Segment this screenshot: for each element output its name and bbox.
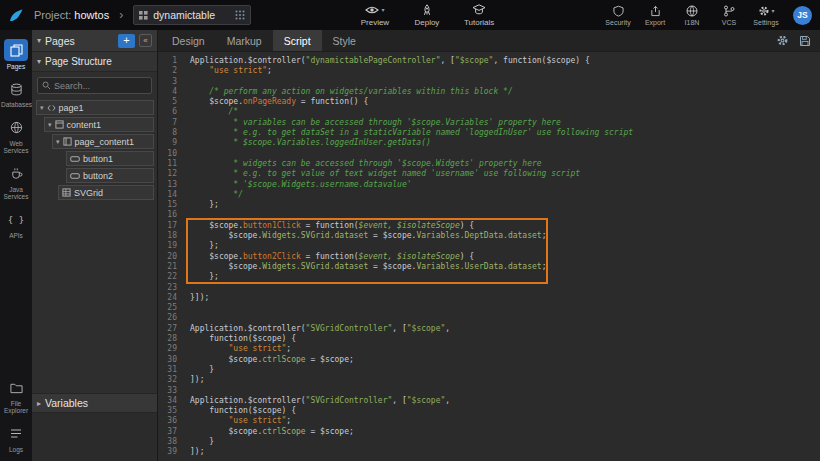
code-line[interactable]: function($scope) { xyxy=(190,334,820,344)
tab-style[interactable]: Style xyxy=(322,30,367,51)
code-line[interactable]: } xyxy=(190,437,820,447)
tree-item-svgrid[interactable]: SVGrid xyxy=(58,185,154,200)
editor-settings-gear-icon[interactable] xyxy=(776,34,789,47)
code-line[interactable]: $scope.ctrlScope = $scope; xyxy=(190,427,820,437)
user-avatar[interactable]: JS xyxy=(793,6,812,25)
rail-item-databases[interactable]: Databases xyxy=(0,75,32,112)
rail-item-pages[interactable]: Pages xyxy=(0,35,32,74)
add-page-button[interactable]: + xyxy=(118,34,135,48)
code-line[interactable] xyxy=(190,303,820,313)
code-line[interactable]: * '$scope.Widgets.username.datavalue' xyxy=(190,180,820,190)
export-button[interactable]: Export xyxy=(640,5,670,26)
code-line[interactable]: $scope.Widgets.SVGrid.dataset = $scope.V… xyxy=(190,262,820,272)
tree-item-button1[interactable]: button1 xyxy=(66,151,154,166)
tree-item-content1[interactable]: ▾ content1 xyxy=(44,117,154,132)
line-number: 26 xyxy=(158,313,177,323)
line-number: 35 xyxy=(158,406,177,416)
code-line[interactable] xyxy=(190,386,820,396)
wavemaker-logo-icon[interactable] xyxy=(6,6,26,24)
code-line[interactable]: "use strict"; xyxy=(190,344,820,354)
code-content[interactable]: Application.$controller("dynamictablePag… xyxy=(184,56,820,461)
settings-button[interactable]: ▾ Settings xyxy=(751,5,781,26)
security-button[interactable]: Security xyxy=(603,5,633,26)
code-line[interactable]: Application.$controller("dynamictablePag… xyxy=(190,56,820,66)
search-input[interactable] xyxy=(54,81,147,91)
page-icon xyxy=(139,11,148,20)
rail-item-file-explorer[interactable]: File Explorer xyxy=(0,374,32,419)
page-switcher-icon[interactable] xyxy=(235,10,245,20)
code-line[interactable]: ]); xyxy=(190,375,820,385)
caret-down-icon[interactable]: ▾ xyxy=(48,121,52,129)
code-line[interactable] xyxy=(190,210,820,220)
code-line[interactable]: Application.$controller("SVGridControlle… xyxy=(190,324,820,334)
code-line[interactable]: $scope.onPageReady = function() { xyxy=(190,97,820,107)
variables-panel-header[interactable]: ▸ Variables xyxy=(32,393,157,413)
export-icon xyxy=(650,5,661,17)
topbar: Project: howtos › dynamictable ▾ Preview… xyxy=(0,0,820,30)
rail-item-apis[interactable]: { } APIs xyxy=(0,206,32,243)
code-line[interactable] xyxy=(190,283,820,293)
code-line[interactable]: $scope.ctrlScope = $scope; xyxy=(190,355,820,365)
rail-item-logs[interactable]: Logs xyxy=(0,420,32,457)
preview-button[interactable]: ▾ Preview xyxy=(360,4,390,27)
shield-icon xyxy=(613,5,624,17)
code-line[interactable]: }; xyxy=(190,272,820,282)
line-number: 20 xyxy=(158,252,177,262)
tree-item-button2[interactable]: button2 xyxy=(66,168,154,183)
code-line[interactable]: $scope.button1Click = function($event, $… xyxy=(190,221,820,231)
code-line[interactable]: /* perform any action on widgets/variabl… xyxy=(190,87,820,97)
line-number: 13 xyxy=(158,180,177,190)
code-line[interactable]: /* xyxy=(190,107,820,117)
code-line[interactable]: */ xyxy=(190,190,820,200)
line-number: 6 xyxy=(158,107,177,117)
tab-design[interactable]: Design xyxy=(161,30,216,51)
caret-down-icon: ▾ xyxy=(37,57,41,66)
code-line[interactable]: * variables can be accessed through '$sc… xyxy=(190,118,820,128)
caret-down-icon[interactable]: ▾ xyxy=(56,138,60,146)
tree-item-page-content1[interactable]: ▾ page_content1 xyxy=(52,134,154,149)
line-number: 24 xyxy=(158,293,177,303)
code-line[interactable]: * e.g. to get value of text widget named… xyxy=(190,169,820,179)
pages-panel-header[interactable]: ▾ Pages + « xyxy=(32,30,157,52)
code-line[interactable]: * widgets can be accessed through '$scop… xyxy=(190,159,820,169)
code-line[interactable]: }; xyxy=(190,241,820,251)
line-number: 32 xyxy=(158,375,177,385)
rail-item-web-services[interactable]: Web Services xyxy=(0,114,32,159)
code-line[interactable]: * $scope.Variables.loggedInUser.getData(… xyxy=(190,138,820,148)
save-icon[interactable] xyxy=(799,35,811,47)
code-line[interactable]: }; xyxy=(190,200,820,210)
code-line[interactable]: }]); xyxy=(190,293,820,303)
code-line[interactable]: $scope.Widgets.SVGrid.dataset = $scope.V… xyxy=(190,231,820,241)
line-number: 19 xyxy=(158,241,177,251)
code-line[interactable] xyxy=(190,77,820,87)
tab-markup[interactable]: Markup xyxy=(216,30,273,51)
code-line[interactable]: * e.g. to get dataSet in a staticVariabl… xyxy=(190,128,820,138)
code-line[interactable]: "use strict"; xyxy=(190,416,820,426)
page-selector[interactable]: dynamictable xyxy=(133,5,251,25)
pages-icon xyxy=(4,39,28,61)
code-line[interactable]: "use strict"; xyxy=(190,66,820,76)
code-line[interactable] xyxy=(190,149,820,159)
deploy-button[interactable]: Deploy xyxy=(412,4,442,27)
globe-icon xyxy=(686,5,698,17)
tab-script[interactable]: Script xyxy=(273,30,322,51)
code-editor[interactable]: 1234567891011121314151617181920212223242… xyxy=(158,52,820,461)
tree-item-page1[interactable]: ▾ page1 xyxy=(36,100,154,115)
code-line[interactable]: } xyxy=(190,365,820,375)
structure-search[interactable] xyxy=(37,77,152,94)
code-line[interactable]: $scope.button2Click = function($event, $… xyxy=(190,252,820,262)
page-structure-header[interactable]: ▾ Page Structure xyxy=(32,52,157,72)
line-number: 36 xyxy=(158,416,177,426)
collapse-panel-button[interactable]: « xyxy=(139,34,152,47)
chevron-down-icon: ▾ xyxy=(772,7,775,14)
i18n-button[interactable]: I18N xyxy=(677,5,707,26)
tutorials-button[interactable]: Tutorials xyxy=(464,4,494,27)
folder-icon xyxy=(4,378,28,398)
rail-item-java-services[interactable]: Java Services xyxy=(0,160,32,205)
code-line[interactable] xyxy=(190,313,820,323)
code-line[interactable]: ]); xyxy=(190,447,820,457)
caret-down-icon[interactable]: ▾ xyxy=(40,104,44,112)
code-line[interactable]: function($scope) { xyxy=(190,406,820,416)
code-line[interactable]: Application.$controller("SVGridControlle… xyxy=(190,396,820,406)
vcs-button[interactable]: VCS xyxy=(714,5,744,26)
